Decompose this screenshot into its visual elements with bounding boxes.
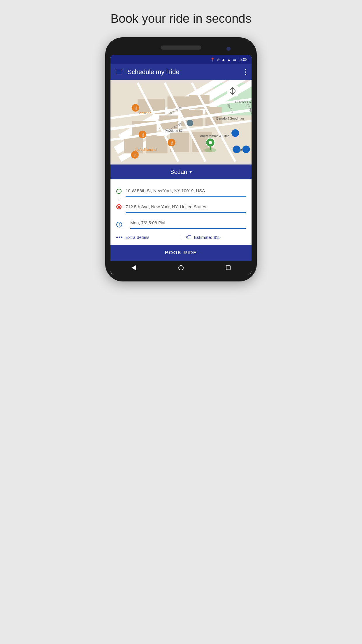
hamburger-menu-icon[interactable] [116, 70, 122, 74]
car-type-chevron-icon: ▾ [189, 169, 192, 175]
svg-text:Joe's Shanghai: Joe's Shanghai [135, 148, 157, 151]
signal-status-icon: ▲ [227, 57, 231, 62]
datetime-text: Mon, 7/2 5:08 PM [130, 220, 165, 225]
svg-text:Abercrombie & Fitch: Abercrombie & Fitch [200, 134, 229, 138]
ride-form: 10 W 56th St, New York, NY 10019, USA 71… [110, 179, 252, 245]
svg-text:🍴: 🍴 [170, 141, 174, 145]
car-type-bar[interactable]: Sedan ▾ [110, 164, 252, 179]
map-area: W 57th St W 56th St 5th Ave E 57th St Be… [110, 80, 252, 164]
phone-shell: 📍 ⊖ ▲ ▲ ▭ 5:08 Schedule my Ride [105, 37, 257, 281]
datetime-row[interactable]: Mon, 7/2 5:08 PM [130, 217, 246, 229]
dest-dot-icon [116, 204, 122, 209]
svg-rect-51 [210, 146, 211, 150]
origin-row[interactable]: 10 W 56th St, New York, NY 10019, USA [126, 185, 246, 197]
extra-details-dots-icon [116, 237, 122, 238]
back-nav-icon[interactable] [131, 265, 136, 270]
svg-text:🍴: 🍴 [133, 153, 137, 157]
svg-text:Bergdorf Goodman: Bergdorf Goodman [216, 117, 244, 120]
car-type-selector[interactable]: Sedan ▾ [170, 169, 192, 175]
battery-status-icon: ▭ [233, 57, 236, 62]
svg-text:Physique 57: Physique 57 [165, 129, 182, 132]
svg-text:Benihana: Benihana [138, 111, 152, 115]
phone-speaker [161, 46, 201, 50]
car-type-label: Sedan [170, 169, 187, 175]
estimate-label: Estimate: $15 [194, 235, 221, 240]
origin-dot-icon [116, 189, 122, 194]
extras-row: Extra details 🏷 Estimate: $15 [116, 233, 246, 241]
bottom-navigation [110, 261, 252, 274]
phone-camera [226, 47, 231, 51]
recents-nav-icon[interactable] [226, 265, 231, 270]
tag-icon: 🏷 [186, 234, 192, 241]
svg-point-42 [231, 129, 239, 137]
app-bar: Schedule my Ride [110, 64, 252, 80]
estimate-button[interactable]: 🏷 Estimate: $15 [181, 234, 246, 241]
svg-text:Pulitzer Fountain: Pulitzer Fountain [235, 100, 252, 104]
svg-text:🍴: 🍴 [141, 133, 145, 137]
dnd-status-icon: ⊖ [217, 57, 220, 62]
svg-point-43 [233, 146, 240, 153]
page-headline: Book your ride in seconds [110, 12, 251, 26]
svg-point-44 [242, 146, 250, 153]
svg-point-50 [209, 141, 212, 144]
wifi-status-icon: ▲ [222, 57, 225, 62]
app-bar-title: Schedule my Ride [127, 68, 245, 76]
svg-text:🍴: 🍴 [134, 106, 138, 110]
extra-details-label: Extra details [125, 235, 150, 240]
status-icons: 📍 ⊖ ▲ ▲ ▭ [210, 57, 236, 62]
more-options-icon[interactable] [245, 69, 246, 75]
extra-details-button[interactable]: Extra details [116, 235, 181, 240]
origin-text: 10 W 56th St, New York, NY 10019, USA [126, 188, 246, 193]
clock-icon [116, 222, 122, 228]
status-bar: 📍 ⊖ ▲ ▲ ▭ 5:08 [110, 55, 252, 64]
book-ride-button[interactable]: BOOK RIDE [110, 245, 252, 261]
destination-row[interactable]: 712 5th Ave, New York, NY, United States [126, 201, 246, 213]
destination-text: 712 5th Ave, New York, NY, United States [126, 204, 246, 209]
phone-screen: 📍 ⊖ ▲ ▲ ▭ 5:08 Schedule my Ride [110, 55, 252, 274]
location-status-icon: 📍 [210, 57, 215, 62]
status-time: 5:08 [240, 57, 247, 62]
home-nav-icon[interactable] [178, 265, 184, 270]
